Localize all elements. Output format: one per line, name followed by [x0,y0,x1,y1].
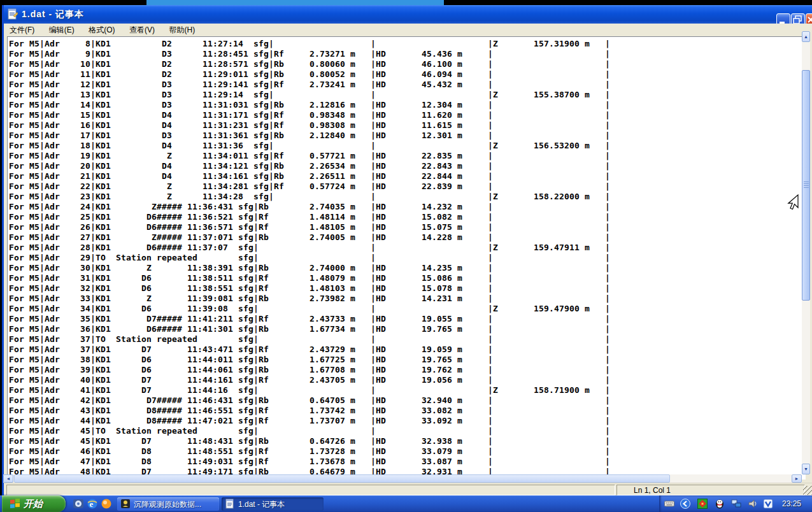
taskbar-item-label: 1.dat - 记事本 [238,499,285,510]
scroll-right-button[interactable]: ► [792,474,802,483]
qq-icon[interactable] [715,499,725,509]
horizontal-scrollbar[interactable]: ◄ ► [3,474,802,483]
file-content: For M5|Adr 8|KD1 D2 11:27:14 sfg| | |Z 1… [9,39,610,477]
menu-edit[interactable]: 编辑(E) [43,24,80,36]
notepad-icon [225,499,235,509]
mouse-cursor [787,194,801,217]
scroll-up-button[interactable]: ▲ [802,31,810,42]
status-bar: Ln 1, Col 1 [4,483,812,495]
title-bar: 1.dat - 记事本 [4,5,812,24]
browser-ball-icon[interactable] [101,498,112,509]
status-panel-position: Ln 1, Col 1 [616,485,805,495]
volume-icon[interactable] [748,499,758,509]
taskbar-item-label: 沉降观测原始数据... [134,499,201,510]
window-title: 1.dat - 记事本 [22,9,84,20]
keyboard-icon[interactable] [664,499,674,509]
windows-flag-icon [10,499,20,509]
start-button-label: 开始 [24,498,43,510]
screen-artifact-segment [146,0,444,5]
start-button[interactable]: 开始 [2,495,66,512]
menu-bar: 文件(F) 编辑(E) 格式(O) 查看(V) 帮助(H) [4,24,812,36]
resize-grip[interactable] [803,486,812,495]
media-player-icon[interactable] [73,498,84,509]
scroll-left-button[interactable]: ◄ [3,474,13,483]
menu-format[interactable]: 格式(O) [83,24,120,36]
scroll-down-button[interactable]: ▼ [802,464,810,474]
svg-text:e: e [90,499,94,509]
taskbar-item-settlement-data[interactable]: 沉降观测原始数据... [117,497,219,511]
stock-app-icon[interactable] [697,499,708,509]
taskbar: 开始 e 沉降观测原始数据... [0,495,812,512]
taskbar-item-notepad[interactable]: 1.dat - 记事本 [222,497,324,511]
language-collapse-icon[interactable] [680,499,690,509]
menu-help[interactable]: 帮助(H) [163,24,201,36]
document-icon [120,499,131,509]
status-panel-main [6,485,615,495]
desktop: 1.dat - 记事本 文件(F) 编辑(E) 格式(O) 查看(V) 帮助(H… [0,0,812,512]
taskbar-clock[interactable]: 23:25 [782,499,812,508]
menu-file[interactable]: 文件(F) [4,24,40,36]
vertical-scrollbar[interactable]: ▲ ▼ [802,31,810,474]
screen-artifact-strip [0,0,812,5]
internet-explorer-icon[interactable]: e [87,498,98,509]
v-app-icon[interactable] [763,499,773,509]
thumb-grip [804,181,809,188]
text-editing-area[interactable]: For M5|Adr 8|KD1 D2 11:27:14 sfg| | |Z 1… [7,36,806,480]
horizontal-scroll-thumb[interactable] [14,474,670,483]
vertical-scroll-thumb[interactable] [802,70,810,301]
menu-view[interactable]: 查看(V) [124,24,160,36]
notepad-icon [7,8,18,20]
notepad-window: 1.dat - 记事本 文件(F) 编辑(E) 格式(O) 查看(V) 帮助(H… [2,5,812,495]
network-icon[interactable] [731,499,741,509]
cursor-position-label: Ln 1, Col 1 [617,485,804,495]
